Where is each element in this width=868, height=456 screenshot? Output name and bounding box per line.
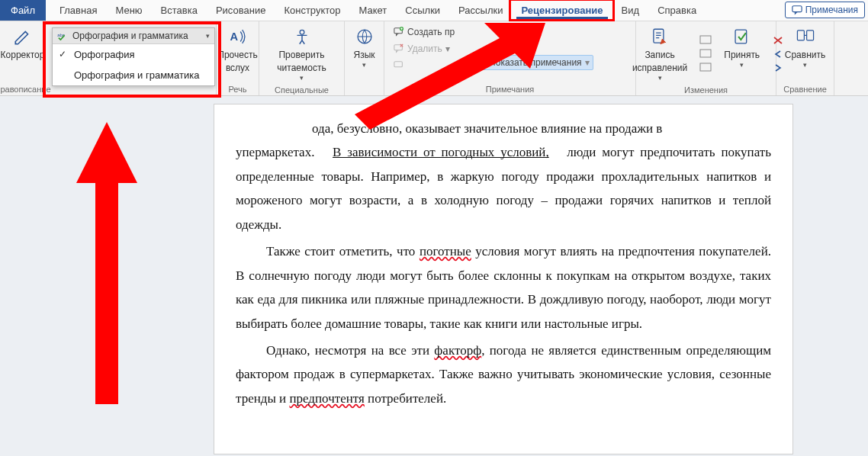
read-aloud-icon: A (227, 26, 249, 47)
chevron-down-icon: ▾ (206, 32, 210, 40)
para3-c: потребителей. (368, 391, 446, 406)
group-compare-label: Сравнение (783, 85, 827, 94)
svg-rect-0 (792, 6, 802, 12)
editor-button[interactable]: Корректор (0, 24, 49, 62)
spelling-dropdown-item-label: Орфография (74, 49, 134, 60)
group-accessibility: Проверить читаемость ▾ Специальные возм (259, 21, 345, 95)
svg-rect-12 (700, 63, 711, 71)
comments-pane-button[interactable]: Примечания (785, 2, 865, 18)
svg-marker-17 (76, 122, 137, 404)
para1-blue-underline: В зависимости от погодных условий, (333, 145, 549, 159)
spelling-dropdown-item-spelling[interactable]: ✓ Орфография (53, 44, 214, 65)
tab-home[interactable]: Главная (50, 0, 106, 21)
compare-icon (795, 26, 816, 47)
show-markup-icon[interactable] (699, 49, 712, 59)
abc-check-icon: abc (57, 31, 68, 40)
accessibility-icon (291, 26, 313, 47)
group-spelling: Корректор Правописание (0, 21, 46, 95)
compare-button[interactable]: Сравнить ▾ (780, 24, 830, 71)
display-for-review-icon[interactable] (699, 35, 712, 46)
svg-point-2 (300, 30, 304, 34)
tab-menu[interactable]: Меню (106, 0, 151, 21)
comments-pane-label: Примечания (805, 5, 858, 15)
check-accessibility-button[interactable]: Проверить читаемость ▾ (272, 24, 330, 84)
para2-error-pogotnye: поготные (420, 244, 471, 259)
read-aloud-label2: вслух (226, 63, 249, 73)
para3-error-predpochtentya: предпочтентя (289, 391, 364, 406)
accept-icon (731, 26, 753, 47)
group-spelling-label: Правописание (0, 85, 51, 94)
group-speech-label: Речь (228, 85, 246, 94)
chevron-down-icon: ▾ (740, 62, 744, 69)
check-accessibility-label2: читаемость (277, 63, 326, 73)
tab-file[interactable]: Файл (0, 0, 46, 21)
track-changes-label1: Запись (645, 50, 674, 60)
reviewing-pane-icon[interactable] (699, 63, 712, 73)
tab-design[interactable]: Конструктор (275, 0, 349, 21)
paragraph-3: Однако, несмотря на все эти факторф, пог… (236, 339, 771, 410)
accept-label: Принять (724, 50, 760, 60)
group-compare: Сравнить ▾ Сравнение (776, 21, 834, 95)
chevron-down-icon: ▾ (300, 75, 304, 82)
para1-line2a: упермаркетах. (236, 145, 314, 159)
spelling-dropdown: abc Орфография и грамматика ▾ ✓ Орфограф… (52, 27, 215, 86)
compare-label: Сравнить (785, 50, 825, 60)
track-changes-icon (649, 26, 670, 47)
spelling-dropdown-header-label: Орфография и грамматика (72, 31, 188, 41)
annotation-arrow-diagonal (355, 23, 545, 130)
svg-text:A: A (230, 31, 238, 43)
editor-icon (12, 26, 34, 47)
tab-help[interactable]: Справка (648, 0, 706, 21)
spelling-dropdown-header[interactable]: abc Орфография и грамматика ▾ (53, 28, 214, 44)
group-changes-label: Изменения (684, 85, 728, 95)
para3-error-faktorf: факторф (434, 343, 481, 358)
spelling-dropdown-item-spelling-grammar[interactable]: Орфография и грамматика (53, 65, 214, 85)
check-accessibility-label1: Проверить (278, 50, 324, 60)
tab-mailings[interactable]: Рассылки (449, 0, 512, 21)
spelling-dropdown-item-label: Орфография и грамматика (74, 69, 199, 81)
paragraph-1: ода, безусловно, оказывает значительное … (236, 117, 771, 236)
read-aloud-button[interactable]: A Прочесть вслух (213, 24, 262, 75)
tab-draw[interactable]: Рисование (207, 0, 275, 21)
chevron-down-icon: ▾ (658, 75, 662, 82)
document-page[interactable]: ода, безусловно, оказывает значительное … (214, 104, 793, 454)
paragraph-2: Также стоит отметить, что поготные услов… (236, 239, 771, 336)
annotation-arrow-up (76, 122, 137, 404)
ribbon-tabbar: Файл Главная Меню Вставка Рисование Конс… (0, 0, 868, 21)
comment-icon (792, 5, 802, 15)
svg-rect-14 (797, 31, 804, 40)
para3-a: Однако, несмотря на все эти (266, 343, 429, 358)
editor-label: Корректор (1, 50, 45, 60)
track-changes-button[interactable]: Запись исправлений ▾ (628, 24, 692, 84)
tab-references[interactable]: Ссылки (396, 0, 449, 21)
read-aloud-label1: Прочесть (217, 50, 257, 60)
track-changes-label2: исправлений (632, 63, 687, 73)
para2-a: Также стоит отметить, что (266, 244, 415, 259)
tab-layout[interactable]: Макет (350, 0, 397, 21)
group-changes: Запись исправлений ▾ Принять ▾ (636, 21, 776, 95)
accept-button[interactable]: Принять ▾ (719, 24, 764, 84)
chevron-down-icon: ▾ (803, 62, 807, 69)
group-speech: A Прочесть вслух Речь (217, 21, 259, 95)
svg-rect-13 (735, 30, 747, 43)
tab-insert[interactable]: Вставка (152, 0, 207, 21)
svg-rect-15 (806, 31, 813, 40)
svg-rect-11 (700, 50, 711, 57)
check-icon: ✓ (59, 49, 66, 59)
svg-marker-18 (355, 23, 545, 130)
tab-view[interactable]: Вид (612, 0, 649, 21)
tab-review[interactable]: Рецензирование (512, 0, 612, 21)
svg-rect-10 (700, 36, 711, 43)
